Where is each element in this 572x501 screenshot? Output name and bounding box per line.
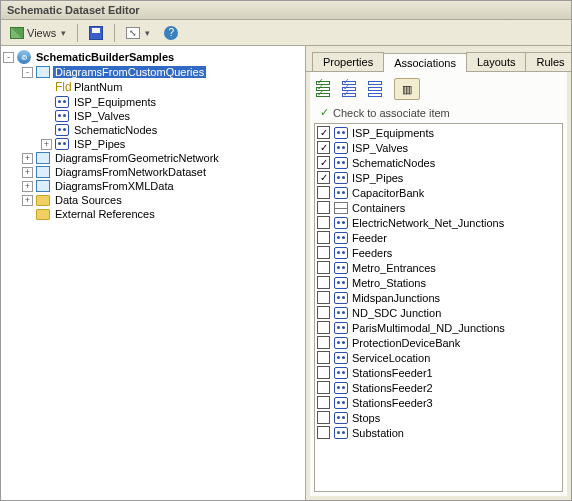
tree-toggle[interactable]: - [3,52,14,63]
tree-item-label[interactable]: ISP_Equipments [72,96,158,108]
assoc-checkbox[interactable] [317,381,330,394]
tab-associations[interactable]: Associations [383,53,467,72]
tree-item-label[interactable]: Data Sources [53,194,124,206]
assoc-checkbox[interactable] [317,396,330,409]
assoc-item[interactable]: Containers [317,200,560,215]
assoc-checkbox[interactable] [317,426,330,439]
assoc-item[interactable]: StationsFeeder1 [317,365,560,380]
assoc-item[interactable]: ✓SchematicNodes [317,155,560,170]
assoc-item[interactable]: MidspanJunctions [317,290,560,305]
assoc-checkbox[interactable] [317,351,330,364]
associations-panel: ▥ ✓ Check to associate item ✓ISP_Equipme… [310,72,567,496]
assoc-item-label: ISP_Valves [352,142,408,154]
save-button[interactable] [84,23,108,43]
assoc-item[interactable]: ✓ISP_Pipes [317,170,560,185]
tab-rules[interactable]: Rules [525,52,571,71]
tab-properties[interactable]: Properties [312,52,384,71]
assoc-item[interactable]: ✓ISP_Equipments [317,125,560,140]
assoc-item[interactable]: Substation [317,425,560,440]
assoc-checkbox[interactable] [317,321,330,334]
assoc-item[interactable]: ParisMultimodal_ND_Junctions [317,320,560,335]
node-icon [334,382,348,394]
tree-data-sources[interactable]: +Data Sources [3,193,303,207]
tree-toggle[interactable]: + [22,195,33,206]
assoc-checkbox[interactable] [317,336,330,349]
tree-item-label[interactable]: External References [53,208,157,220]
assoc-checkbox[interactable] [317,366,330,379]
assoc-item-label: ServiceLocation [352,352,430,364]
views-dropdown[interactable]: Views [5,24,71,42]
tree-item-label[interactable]: PlantNum [72,81,124,93]
tree-toggle[interactable]: + [41,139,52,150]
assoc-checkbox[interactable]: ✓ [317,141,330,154]
assoc-item[interactable]: Metro_Entrances [317,260,560,275]
node-icon [334,247,348,259]
tree-item-label[interactable]: DiagramsFromCustomQueries [53,66,206,78]
assoc-checkbox[interactable] [317,276,330,289]
help-button[interactable]: ? [159,23,183,43]
tree-item-network-dataset[interactable]: +DiagramsFromNetworkDataset [3,165,303,179]
tree-item-xml-data[interactable]: +DiagramsFromXMLData [3,179,303,193]
expand-collapse-button[interactable]: ▥ [394,78,420,100]
tree-item-label[interactable]: SchematicBuilderSamples [34,51,176,63]
uncheck-all-button[interactable] [368,81,382,97]
assoc-item[interactable]: ProtectionDeviceBank [317,335,560,350]
tree-item-geometric-network[interactable]: +DiagramsFromGeometricNetwork [3,151,303,165]
assoc-item[interactable]: ✓ISP_Valves [317,140,560,155]
assoc-item[interactable]: StationsFeeder2 [317,380,560,395]
node-icon [334,292,348,304]
diagram-icon [36,166,50,178]
assoc-item[interactable]: Stops [317,410,560,425]
node-icon [334,412,348,424]
tree-toggle[interactable]: + [22,181,33,192]
assoc-item[interactable]: ServiceLocation [317,350,560,365]
tree-item-label[interactable]: DiagramsFromXMLData [53,180,176,192]
check-all-blue-button[interactable] [342,81,356,97]
tree-toggle[interactable]: + [22,167,33,178]
tree-item-label[interactable]: DiagramsFromGeometricNetwork [53,152,221,164]
tree-root[interactable]: -⊚SchematicBuilderSamples [3,49,303,65]
assoc-checkbox[interactable] [317,291,330,304]
assoc-checkbox[interactable] [317,186,330,199]
tree-item-label[interactable]: DiagramsFromNetworkDataset [53,166,208,178]
tree-item-diagrams-from-custom-queries[interactable]: -DiagramsFromCustomQueries [3,65,303,79]
field-icon: Fld [55,80,69,94]
tree-item-label[interactable]: ISP_Valves [72,110,132,122]
assoc-checkbox[interactable]: ✓ [317,156,330,169]
tree-external-references[interactable]: External References [3,207,303,221]
node-icon [334,262,348,274]
tree-field-plantnum[interactable]: FldPlantNum [3,79,303,95]
tree-toggle[interactable]: + [22,153,33,164]
expand-dropdown[interactable]: ⤡ [121,24,155,42]
assoc-item[interactable]: Metro_Stations [317,275,560,290]
assoc-item[interactable]: CapacitorBank [317,185,560,200]
tab-layouts[interactable]: Layouts [466,52,527,71]
assoc-item[interactable]: ElectricNetwork_Net_Junctions [317,215,560,230]
node-icon [334,397,348,409]
tree-isp-valves[interactable]: ISP_Valves [3,109,303,123]
assoc-checkbox[interactable] [317,201,330,214]
assoc-checkbox[interactable] [317,216,330,229]
assoc-checkbox[interactable] [317,306,330,319]
assoc-item[interactable]: Feeder [317,230,560,245]
tree-toggle[interactable]: - [22,67,33,78]
tree-isp-pipes[interactable]: +ISP_Pipes [3,137,303,151]
assoc-checkbox[interactable]: ✓ [317,171,330,184]
assoc-checkbox[interactable] [317,231,330,244]
tree-pane[interactable]: -⊚SchematicBuilderSamples-DiagramsFromCu… [1,46,306,500]
assoc-item[interactable]: StationsFeeder3 [317,395,560,410]
check-all-green-button[interactable] [316,81,330,97]
tree-schematicnodes[interactable]: SchematicNodes [3,123,303,137]
assoc-item-label: ISP_Equipments [352,127,434,139]
tree-item-label[interactable]: SchematicNodes [72,124,159,136]
assoc-checkbox[interactable] [317,411,330,424]
tree-isp-equipments[interactable]: ISP_Equipments [3,95,303,109]
assoc-checkbox[interactable]: ✓ [317,126,330,139]
assoc-checkbox[interactable] [317,246,330,259]
tree-item-label[interactable]: ISP_Pipes [72,138,127,150]
assoc-checkbox[interactable] [317,261,330,274]
assoc-item[interactable]: ND_SDC Junction [317,305,560,320]
associations-list[interactable]: ✓ISP_Equipments✓ISP_Valves✓SchematicNode… [314,123,563,492]
assoc-item[interactable]: Feeders [317,245,560,260]
help-icon: ? [164,26,178,40]
